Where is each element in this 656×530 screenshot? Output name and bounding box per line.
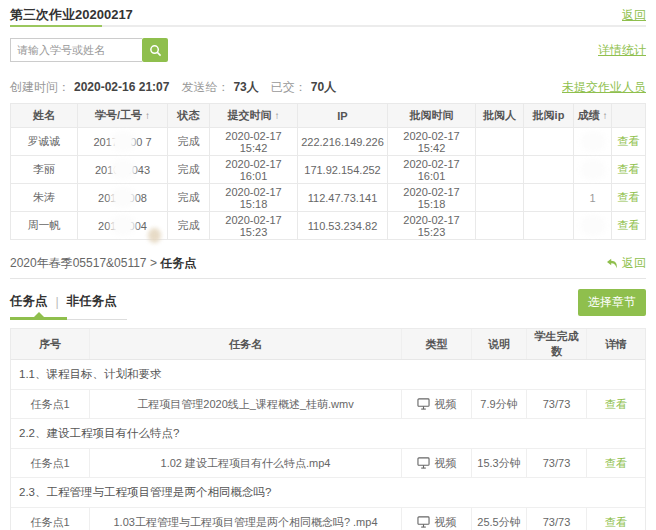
task-name: 工程项目管理2020线上_课程概述_桂萌.wmv: [89, 390, 401, 418]
unsubmitted-students-link[interactable]: 未提交作业人员: [562, 79, 646, 96]
table-row: 李丽 201610043 完成 2020-02-17 16:01 171.92.…: [11, 156, 645, 184]
submit-time: 2020-02-17 15:23: [209, 212, 297, 239]
review-time: 2020-02-17 15:23: [387, 212, 475, 239]
created-time-label: 创建时间：: [10, 79, 70, 96]
sort-asc-icon: ↑: [603, 110, 608, 121]
review-ip: [523, 212, 573, 239]
triangle-up-icon: [34, 312, 44, 317]
task-type: 视频: [401, 390, 471, 418]
header-student-id[interactable]: 学号/工号↑: [77, 104, 167, 127]
select-chapter-button[interactable]: 选择章节: [578, 289, 646, 316]
status: 完成: [167, 184, 209, 211]
review-ip: [523, 184, 573, 211]
review-time: 2020-02-17 16:01: [387, 156, 475, 183]
view-link[interactable]: 查看: [618, 190, 640, 205]
homework-header: 第三次作业20200217 返回: [10, 0, 646, 22]
reviewer: [475, 156, 523, 183]
search-input[interactable]: [10, 38, 142, 62]
search-button[interactable]: [142, 38, 168, 62]
blur-mask: [114, 219, 132, 232]
task-duration: 15.3分钟: [471, 449, 526, 477]
student-id: 20171008: [77, 184, 167, 211]
sort-asc-icon: ↑: [145, 110, 150, 121]
tasks-table: 序号 任务名 类型 说明 学生完成数 详情 1.1、课程目标、计划和要求 任务点…: [10, 328, 646, 530]
header-review-time: 批阅时间: [387, 104, 475, 127]
section-divider: [10, 278, 646, 279]
task-completed: 73/73: [526, 449, 586, 477]
header-task-name: 任务名: [89, 329, 401, 359]
blur-mask: [584, 163, 602, 176]
video-monitor-icon: [417, 457, 430, 469]
task-duration: 25.5分钟: [471, 508, 526, 530]
section-heading: 2.3、工程管理与工程项目管理是两个相同概念吗?: [11, 478, 645, 508]
blur-mask: [114, 163, 132, 176]
submitted-value: 70人: [311, 79, 336, 96]
view-link[interactable]: 查看: [605, 515, 627, 530]
task-name: 1.02 建设工程项目有什么特点.mp4: [89, 449, 401, 477]
tab-group: 任务点 | 非任务点: [10, 293, 117, 320]
review-time: 2020-02-17 15:18: [387, 184, 475, 211]
view-link[interactable]: 查看: [605, 456, 627, 471]
status: 完成: [167, 128, 209, 155]
view-link-cell: 查看: [611, 184, 645, 211]
task-name: 1.03工程管理与工程项目管理是两个相同概念吗? .mp4: [89, 508, 401, 530]
search-box: [10, 38, 168, 62]
breadcrumb-separator: >: [150, 256, 157, 270]
search-row: 详情统计: [10, 38, 646, 62]
table-row: 任务点1 工程项目管理2020线上_课程概述_桂萌.wmv 视频 7.9分钟 7…: [11, 390, 645, 419]
header-score[interactable]: 成绩↑: [573, 104, 611, 127]
header-reviewer: 批阅人: [475, 104, 523, 127]
breadcrumb-course[interactable]: 2020年春季05517&05117: [10, 256, 147, 270]
reviewer: [475, 212, 523, 239]
tasks-table-header: 序号 任务名 类型 说明 学生完成数 详情: [11, 329, 645, 360]
sort-asc-icon: ↑: [275, 110, 280, 121]
header-ip: IP: [297, 104, 387, 127]
view-link[interactable]: 查看: [618, 218, 640, 233]
submissions-table: 姓名 学号/工号↑ 状态 提交时间↑ IP 批阅时间 批阅人 批阅ip 成绩↑ …: [10, 103, 646, 240]
meta-values: 创建时间： 2020-02-16 21:07 发送给： 73人 已交： 70人: [10, 79, 344, 96]
header-name: 姓名: [11, 104, 77, 127]
back-link[interactable]: 返回: [622, 7, 646, 24]
detail-stats-link[interactable]: 详情统计: [598, 42, 646, 59]
review-ip: [523, 156, 573, 183]
task-seq: 任务点1: [11, 449, 89, 477]
reviewer: [475, 128, 523, 155]
task-duration: 7.9分钟: [471, 390, 526, 418]
student-name: 朱涛: [11, 184, 77, 211]
view-link[interactable]: 查看: [618, 134, 640, 149]
blur-mask: [584, 135, 602, 148]
score: [573, 156, 611, 183]
table-row: 任务点1 1.03工程管理与工程项目管理是两个相同概念吗? .mp4 视频 25…: [11, 508, 645, 530]
title-divider: [10, 25, 646, 27]
ip: 222.216.149.226: [297, 128, 387, 155]
header-type: 类型: [401, 329, 471, 359]
task-completed: 73/73: [526, 390, 586, 418]
blur-mask: [148, 228, 161, 243]
tasks-toolbar: 任务点 | 非任务点 选择章节: [10, 289, 646, 320]
tab-task-points[interactable]: 任务点: [10, 293, 48, 310]
view-link[interactable]: 查看: [618, 162, 640, 177]
task-seq: 任务点1: [11, 390, 89, 418]
student-name: 周一帆: [11, 212, 77, 239]
view-link[interactable]: 查看: [605, 397, 627, 412]
score: 1: [573, 184, 611, 211]
tasks-back-link[interactable]: 返回: [606, 255, 646, 272]
table-row: 周一帆 20171004 完成 2020-02-17 15:23 110.53.…: [11, 212, 645, 240]
active-tab-indicator: [10, 317, 67, 320]
video-monitor-icon: [417, 398, 430, 410]
view-link-cell: 查看: [611, 156, 645, 183]
score: [573, 212, 611, 239]
blur-mask: [114, 135, 132, 148]
page: 第三次作业20200217 返回 详情统计 创建时间： 2020-02-16 2…: [0, 0, 656, 530]
submit-time: 2020-02-17 15:18: [209, 184, 297, 211]
review-ip: [523, 128, 573, 155]
tab-non-task-points[interactable]: 非任务点: [67, 293, 117, 310]
view-link-cell: 查看: [586, 390, 645, 418]
header-submit-time[interactable]: 提交时间↑: [209, 104, 297, 127]
reviewer: [475, 184, 523, 211]
sent-to-value: 73人: [233, 79, 258, 96]
ip: 110.53.234.82: [297, 212, 387, 239]
page-title: 第三次作业20200217: [10, 6, 133, 24]
header-completed: 学生完成数: [526, 329, 586, 359]
student-id: 20171004: [77, 212, 167, 239]
